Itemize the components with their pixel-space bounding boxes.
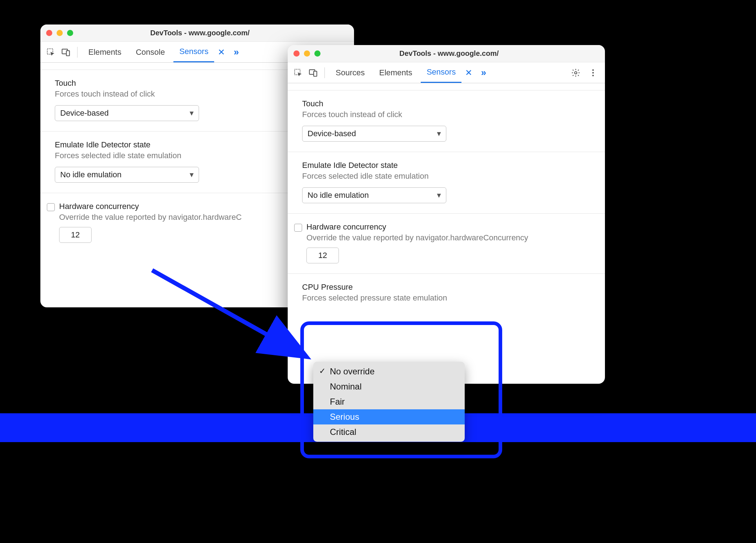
svg-point-9 <box>592 75 594 76</box>
pressure-option-fair[interactable]: Fair <box>313 394 465 409</box>
titlebar-left: DevTools - www.google.com/ <box>40 25 354 42</box>
idle-select[interactable]: No idle emulation ▾ <box>55 167 199 183</box>
chevron-down-icon: ▾ <box>190 108 194 118</box>
gear-icon[interactable] <box>570 67 582 79</box>
touch-title: Touch <box>302 99 591 108</box>
idle-select[interactable]: No idle emulation ▾ <box>302 187 446 203</box>
touch-value: Device-based <box>60 108 109 118</box>
hw-title: Hardware concurrency <box>59 202 242 211</box>
idle-section: Emulate Idle Detector state Forces selec… <box>288 152 605 214</box>
zoom-icon[interactable] <box>314 50 320 57</box>
cpu-pressure-section: CPU Pressure Forces selected pressure st… <box>288 274 605 331</box>
tab-sensors[interactable]: Sensors <box>173 42 214 62</box>
touch-value: Device-based <box>308 129 356 138</box>
svg-rect-2 <box>66 50 70 55</box>
tab-sources[interactable]: Sources <box>330 62 371 83</box>
titlebar-right: DevTools - www.google.com/ <box>288 45 605 62</box>
tab-console[interactable]: Console <box>130 42 171 62</box>
chevron-down-icon: ▾ <box>190 170 194 179</box>
svg-point-6 <box>575 71 577 74</box>
spacer <box>288 83 605 90</box>
pressure-title: CPU Pressure <box>302 282 591 292</box>
close-icon[interactable] <box>46 30 52 36</box>
device-toggle-icon[interactable] <box>60 46 72 58</box>
zoom-icon[interactable] <box>67 30 73 36</box>
hw-checkbox[interactable] <box>47 203 55 211</box>
hw-title: Hardware concurrency <box>306 222 528 232</box>
window-title-right: DevTools - www.google.com/ <box>320 49 578 58</box>
hw-sub: Override the value reported by navigator… <box>306 233 528 242</box>
tab-close-icon[interactable]: ✕ <box>462 68 475 78</box>
hw-section: Hardware concurrency Override the value … <box>288 214 605 274</box>
svg-rect-5 <box>314 71 317 76</box>
svg-point-8 <box>592 72 594 73</box>
pressure-option-nominal[interactable]: Nominal <box>313 379 465 394</box>
pressure-sub: Forces selected pressure state emulation <box>302 293 591 303</box>
tab-elements[interactable]: Elements <box>83 42 127 62</box>
pressure-option-critical[interactable]: Critical <box>313 424 465 440</box>
hw-input[interactable]: 12 <box>59 227 92 243</box>
svg-point-7 <box>592 69 594 71</box>
chevron-down-icon: ▾ <box>437 191 441 200</box>
idle-sub: Forces selected idle state emulation <box>302 172 591 181</box>
tab-elements[interactable]: Elements <box>373 62 418 83</box>
device-toggle-icon[interactable] <box>307 67 319 79</box>
close-icon[interactable] <box>293 50 300 57</box>
window-controls <box>293 50 320 57</box>
hw-input[interactable]: 12 <box>306 248 339 263</box>
tab-close-icon[interactable]: ✕ <box>215 47 228 57</box>
window-controls <box>46 30 73 36</box>
touch-section: Touch Forces touch instead of click Devi… <box>288 90 605 152</box>
pressure-option-serious[interactable]: Serious <box>313 409 465 424</box>
touch-sub: Forces touch instead of click <box>302 110 591 119</box>
touch-select[interactable]: Device-based ▾ <box>302 126 446 142</box>
toolbar-divider <box>324 67 325 78</box>
minimize-icon[interactable] <box>304 50 310 57</box>
touch-select[interactable]: Device-based ▾ <box>55 105 199 121</box>
minimize-icon[interactable] <box>57 30 63 36</box>
idle-value: No idle emulation <box>60 170 121 179</box>
pressure-option-no-override[interactable]: No override <box>313 364 465 379</box>
toolbar-divider <box>77 47 78 58</box>
chevron-down-icon: ▾ <box>437 129 441 138</box>
devtools-window-right: DevTools - www.google.com/ Sources Eleme… <box>288 45 605 384</box>
window-title-left: DevTools - www.google.com/ <box>73 29 327 37</box>
toolbar-right: Sources Elements Sensors ✕ » <box>288 62 605 83</box>
idle-title: Emulate Idle Detector state <box>302 161 591 170</box>
idle-value: No idle emulation <box>308 191 369 200</box>
more-tabs-icon[interactable]: » <box>478 67 489 78</box>
inspect-icon[interactable] <box>45 46 57 58</box>
more-tabs-icon[interactable]: » <box>231 46 242 58</box>
hw-sub: Override the value reported by navigator… <box>59 213 242 222</box>
hw-checkbox[interactable] <box>294 224 302 232</box>
cpu-pressure-dropdown[interactable]: No override Nominal Fair Serious Critica… <box>313 362 465 442</box>
inspect-icon[interactable] <box>292 67 304 79</box>
kebab-menu-icon[interactable] <box>587 67 599 79</box>
tab-sensors[interactable]: Sensors <box>421 62 461 83</box>
